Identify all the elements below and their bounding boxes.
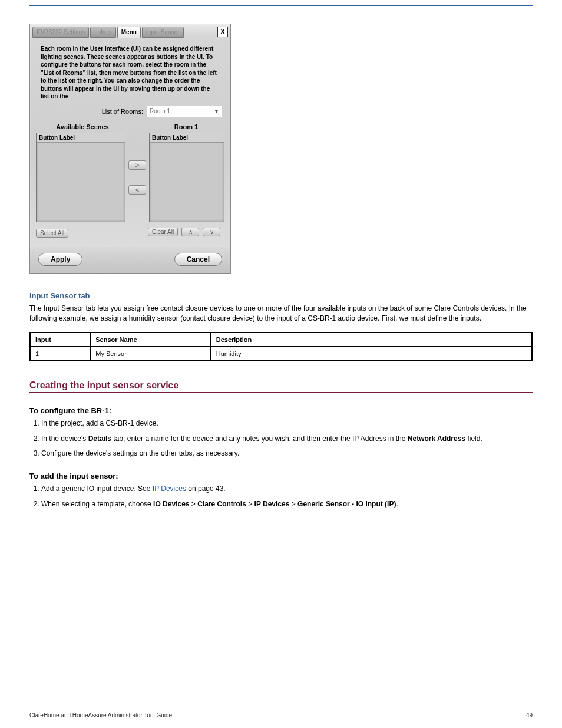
top-rule [29, 5, 533, 6]
td-input-1: 1 [30, 347, 90, 361]
tab-row: IR/RS232 Settings Labels Menu Input Sens… [30, 24, 230, 38]
th-sensor-name: Sensor Name [90, 332, 210, 347]
footer-doc-title: ClareHome and HomeAssure Administrator T… [29, 712, 172, 719]
move-right-button[interactable]: > [128, 160, 146, 170]
step1-list: In the project, add a CS-BR-1 device. In… [41, 419, 533, 459]
td-sensor-name-1: My Sensor [90, 347, 210, 361]
rooms-selected-value: Room 1 [150, 108, 170, 114]
step2-title: To add the input sensor: [29, 472, 533, 480]
room-list-column-header: Button Label [150, 133, 224, 143]
close-button[interactable]: X [217, 27, 228, 37]
tab-input-sensor[interactable]: Input Sensor [142, 27, 184, 38]
step2-item-2: When selecting a template, choose IO Dev… [41, 499, 533, 509]
step1-item-2: In the device's Details tab, enter a nam… [41, 434, 533, 444]
section-title-input-sensor: Input Sensor tab [29, 291, 533, 300]
step2-item-1: Add a generic IO input device. See IP De… [41, 484, 533, 494]
rooms-label: List of Rooms: [38, 108, 147, 115]
select-all-button[interactable]: Select All [36, 229, 68, 238]
settings-dialog: IR/RS232 Settings Labels Menu Input Sens… [29, 24, 231, 274]
input-sensor-table: Input Sensor Name Description 1 My Senso… [29, 332, 533, 361]
available-scenes-header: Available Scenes [38, 123, 127, 130]
step1-item-1: In the project, add a CS-BR-1 device. [41, 419, 533, 429]
step2-item1-pre: Add a generic IO input device. See [41, 485, 153, 493]
available-list-column-header: Button Label [37, 133, 125, 143]
tab-ir-rs232[interactable]: IR/RS232 Settings [32, 27, 89, 38]
chevron-down-icon: ▼ [214, 108, 219, 114]
rooms-dropdown[interactable]: Room 1 ▼ [147, 106, 222, 117]
room-column-header: Room 1 [150, 123, 222, 130]
heading-create-service: Creating the input sensor service [29, 380, 533, 393]
cancel-button[interactable]: Cancel [174, 253, 222, 266]
ip-devices-link[interactable]: IP Devices [153, 485, 186, 493]
dialog-help-text: Each room in the User Interface (UI) can… [30, 38, 230, 104]
section-input-sensor-paragraph: The Input Sensor tab lets you assign fre… [29, 304, 533, 324]
footer-page-number: 49 [526, 712, 533, 719]
move-down-button[interactable]: ∨ [203, 228, 220, 236]
available-scenes-list[interactable]: Button Label [36, 133, 125, 222]
step1-title: To configure the BR-1: [29, 406, 533, 415]
move-left-button[interactable]: < [128, 185, 146, 195]
apply-button[interactable]: Apply [38, 253, 82, 266]
th-input: Input [30, 332, 90, 347]
tab-menu[interactable]: Menu [117, 27, 141, 38]
move-up-button[interactable]: ∧ [181, 228, 199, 236]
step1-item-3: Configure the device's settings on the o… [41, 449, 533, 459]
step2-item1-post: on page 43. [188, 485, 225, 493]
step2-list: Add a generic IO input device. See IP De… [41, 484, 533, 509]
td-description-1: Humidity [211, 347, 532, 361]
th-description: Description [211, 332, 532, 347]
clear-all-button[interactable]: Clear All [148, 228, 178, 236]
tab-labels[interactable]: Labels [90, 27, 115, 38]
room-scenes-list[interactable]: Button Label [149, 133, 224, 222]
